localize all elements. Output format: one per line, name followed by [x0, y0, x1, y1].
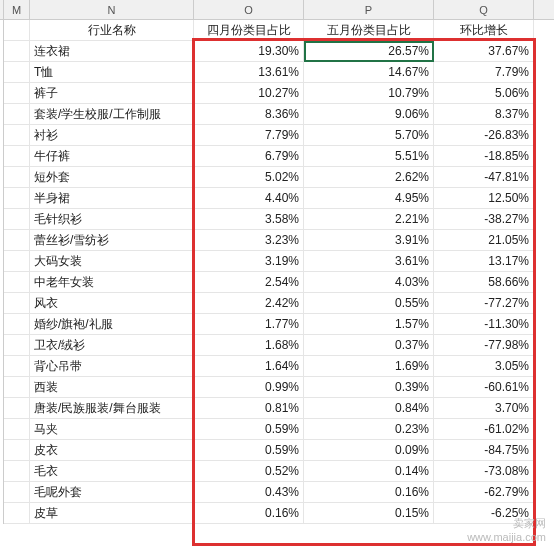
cell-growth[interactable]: 7.79% — [434, 62, 534, 83]
cell-growth[interactable]: -62.79% — [434, 482, 534, 503]
cell-name[interactable]: 马夹 — [30, 419, 194, 440]
cell-may[interactable]: 4.03% — [304, 272, 434, 293]
cell-april[interactable]: 1.77% — [194, 314, 304, 335]
header-april[interactable]: 四月份类目占比 — [194, 20, 304, 41]
cell-growth[interactable]: 37.67% — [434, 41, 534, 62]
cell[interactable] — [4, 104, 30, 125]
cell-name[interactable]: 毛针织衫 — [30, 209, 194, 230]
cell-growth[interactable]: -18.85% — [434, 146, 534, 167]
cell-name[interactable]: 连衣裙 — [30, 41, 194, 62]
cell[interactable] — [4, 503, 30, 524]
cell-name[interactable]: 牛仔裤 — [30, 146, 194, 167]
cell-may[interactable]: 0.14% — [304, 461, 434, 482]
cell-april[interactable]: 6.79% — [194, 146, 304, 167]
cell-april[interactable]: 8.36% — [194, 104, 304, 125]
cell-name[interactable]: 婚纱/旗袍/礼服 — [30, 314, 194, 335]
cell-growth[interactable]: -47.81% — [434, 167, 534, 188]
cell-name[interactable]: 毛衣 — [30, 461, 194, 482]
col-header-O[interactable]: O — [194, 0, 304, 19]
cell-may[interactable]: 0.16% — [304, 482, 434, 503]
cell-may[interactable]: 1.57% — [304, 314, 434, 335]
cell-growth[interactable]: -77.27% — [434, 293, 534, 314]
cell-growth[interactable]: -26.83% — [434, 125, 534, 146]
spreadsheet-grid[interactable]: 行业名称 四月份类目占比 五月份类目占比 环比增长 连衣裙19.30%26.57… — [0, 20, 554, 524]
cell-name[interactable]: 毛呢外套 — [30, 482, 194, 503]
cell-growth[interactable]: -73.08% — [434, 461, 534, 482]
cell[interactable] — [4, 356, 30, 377]
header-name[interactable]: 行业名称 — [30, 20, 194, 41]
cell[interactable] — [4, 209, 30, 230]
cell-growth[interactable]: 13.17% — [434, 251, 534, 272]
cell[interactable] — [4, 419, 30, 440]
cell-april[interactable]: 2.54% — [194, 272, 304, 293]
cell-may[interactable]: 9.06% — [304, 104, 434, 125]
cell-name[interactable]: 蕾丝衫/雪纺衫 — [30, 230, 194, 251]
cell-april[interactable]: 13.61% — [194, 62, 304, 83]
cell-april[interactable]: 3.23% — [194, 230, 304, 251]
cell-name[interactable]: 半身裙 — [30, 188, 194, 209]
cell-name[interactable]: T恤 — [30, 62, 194, 83]
cell[interactable] — [4, 293, 30, 314]
cell[interactable] — [4, 146, 30, 167]
cell[interactable] — [4, 125, 30, 146]
cell-growth[interactable]: 5.06% — [434, 83, 534, 104]
cell-may[interactable]: 3.91% — [304, 230, 434, 251]
cell-april[interactable]: 0.59% — [194, 440, 304, 461]
cell[interactable] — [4, 482, 30, 503]
cell-may[interactable]: 1.69% — [304, 356, 434, 377]
cell-growth[interactable]: -11.30% — [434, 314, 534, 335]
cell-april[interactable]: 3.19% — [194, 251, 304, 272]
cell-april[interactable]: 0.16% — [194, 503, 304, 524]
cell-growth[interactable]: 21.05% — [434, 230, 534, 251]
header-growth[interactable]: 环比增长 — [434, 20, 534, 41]
cell[interactable] — [4, 251, 30, 272]
cell[interactable] — [4, 461, 30, 482]
cell[interactable] — [4, 440, 30, 461]
cell-name[interactable]: 卫衣/绒衫 — [30, 335, 194, 356]
cell[interactable] — [4, 230, 30, 251]
cell-may[interactable]: 5.70% — [304, 125, 434, 146]
cell-april[interactable]: 5.02% — [194, 167, 304, 188]
cell-growth[interactable]: 12.50% — [434, 188, 534, 209]
col-header-Q[interactable]: Q — [434, 0, 534, 19]
cell[interactable] — [4, 377, 30, 398]
cell-may[interactable]: 14.67% — [304, 62, 434, 83]
cell-may[interactable]: 26.57% — [304, 41, 434, 62]
cell[interactable] — [4, 335, 30, 356]
cell-growth[interactable]: 58.66% — [434, 272, 534, 293]
cell-name[interactable]: 套装/学生校服/工作制服 — [30, 104, 194, 125]
cell-may[interactable]: 3.61% — [304, 251, 434, 272]
cell-april[interactable]: 4.40% — [194, 188, 304, 209]
cell[interactable] — [4, 83, 30, 104]
cell-may[interactable]: 0.37% — [304, 335, 434, 356]
cell-growth[interactable]: 8.37% — [434, 104, 534, 125]
cell-growth[interactable]: -61.02% — [434, 419, 534, 440]
cell-may[interactable]: 0.15% — [304, 503, 434, 524]
cell-may[interactable]: 10.79% — [304, 83, 434, 104]
cell-name[interactable]: 西装 — [30, 377, 194, 398]
cell-growth[interactable]: 3.70% — [434, 398, 534, 419]
cell[interactable] — [4, 398, 30, 419]
col-header-M[interactable]: M — [4, 0, 30, 19]
cell-may[interactable]: 0.23% — [304, 419, 434, 440]
col-header-N[interactable]: N — [30, 0, 194, 19]
cell-growth[interactable]: -60.61% — [434, 377, 534, 398]
cell-growth[interactable]: 3.05% — [434, 356, 534, 377]
cell-april[interactable]: 0.52% — [194, 461, 304, 482]
cell-name[interactable]: 裤子 — [30, 83, 194, 104]
cell-may[interactable]: 4.95% — [304, 188, 434, 209]
cell-april[interactable]: 3.58% — [194, 209, 304, 230]
cell-may[interactable]: 2.21% — [304, 209, 434, 230]
cell-may[interactable]: 0.55% — [304, 293, 434, 314]
cell[interactable] — [4, 20, 30, 41]
cell-name[interactable]: 中老年女装 — [30, 272, 194, 293]
cell-may[interactable]: 0.09% — [304, 440, 434, 461]
header-may[interactable]: 五月份类目占比 — [304, 20, 434, 41]
cell-growth[interactable]: -77.98% — [434, 335, 534, 356]
cell-april[interactable]: 7.79% — [194, 125, 304, 146]
cell[interactable] — [4, 272, 30, 293]
cell-name[interactable]: 皮衣 — [30, 440, 194, 461]
col-header-P[interactable]: P — [304, 0, 434, 19]
cell[interactable] — [4, 167, 30, 188]
cell-name[interactable]: 唐装/民族服装/舞台服装 — [30, 398, 194, 419]
